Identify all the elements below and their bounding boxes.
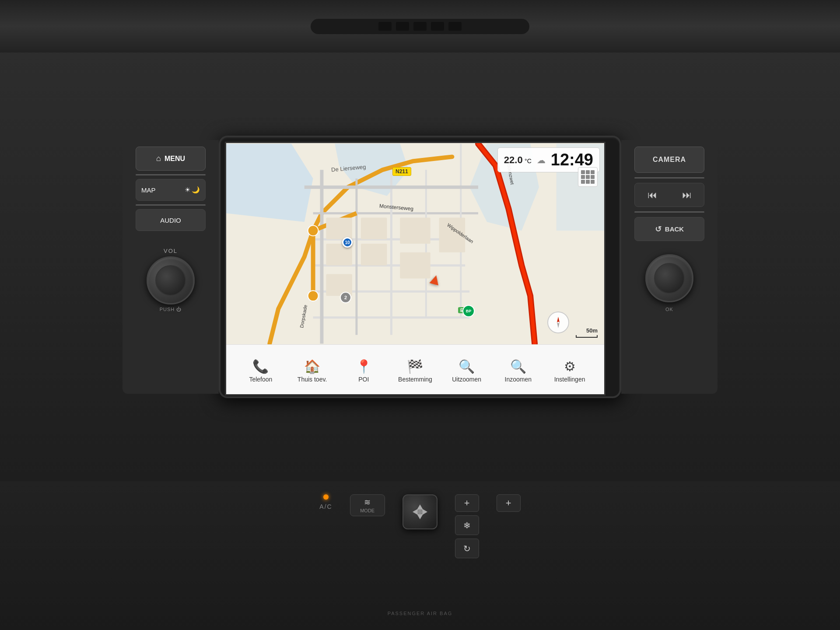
scale-bar	[576, 335, 598, 338]
svg-marker-30	[417, 504, 423, 510]
svg-rect-25	[400, 217, 430, 244]
svg-marker-31	[417, 514, 423, 519]
passenger-airbag-label: PASSENGER AIR BAG	[388, 609, 453, 617]
svg-rect-24	[361, 244, 387, 266]
temp-value: 22.0	[504, 154, 523, 165]
fast-forward-button[interactable]: ⏭	[680, 187, 694, 203]
svg-rect-26	[400, 252, 430, 279]
nav-label-telefoon: Telefoon	[249, 376, 272, 383]
nav-item-bestemming[interactable]: 🏁 Bestemming	[398, 359, 433, 383]
nav-label-bestemming: Bestemming	[398, 376, 432, 383]
nav-item-telefoon[interactable]: 📞 Telefoon	[243, 359, 278, 383]
scale-indicator: 50m	[576, 327, 598, 338]
nav-item-inzoomen[interactable]: 🔍 Inzoomen	[500, 359, 536, 383]
map-icons: ☀ 🌙	[185, 186, 200, 194]
recirculate-icon: ↻	[463, 543, 471, 554]
menu-label: MENU	[164, 155, 185, 163]
temp-unit: °C	[525, 158, 532, 164]
ok-knob[interactable]	[645, 254, 693, 302]
svg-marker-33	[422, 509, 427, 515]
fan-plus-button[interactable]: +	[455, 494, 479, 512]
svg-point-34	[417, 509, 423, 514]
grid-cell	[591, 170, 595, 174]
bottom-controls: A/C ≋ MODE + ❄	[0, 481, 840, 630]
nav-item-uitzoomen[interactable]: 🔍 Uitzoomen	[449, 359, 484, 383]
mode-section: ≋ MODE	[350, 494, 385, 516]
volume-knob[interactable]	[147, 256, 195, 304]
location-pin: 10	[342, 237, 353, 248]
num-badge: 2	[340, 292, 351, 303]
svg-rect-20	[326, 217, 352, 239]
svg-marker-29	[557, 322, 560, 328]
center-nav-section	[402, 494, 438, 529]
audio-label: AUDIO	[160, 217, 181, 224]
ok-label: OK	[665, 307, 673, 312]
vent-slot	[396, 22, 409, 31]
grid-view-button[interactable]	[578, 167, 598, 187]
camera-label: CAMERA	[653, 156, 686, 164]
vent-slot	[448, 22, 462, 31]
infotainment-zone: ⌂ MENU MAP ☀ 🌙 AUDIO VOL PUSH ⏻	[0, 52, 840, 481]
left-panel: ⌂ MENU MAP ☀ 🌙 AUDIO VOL PUSH ⏻	[122, 140, 219, 394]
knob-inner	[654, 263, 685, 294]
rewind-button[interactable]: ⏮	[645, 187, 659, 203]
map-area[interactable]: De Lierseweg Monsterseweg Wippolderlaan …	[226, 143, 604, 344]
poi-icon: 📍	[356, 359, 372, 374]
nav-item-instellingen[interactable]: ⚙ Instellingen	[552, 359, 587, 383]
recirculate-button[interactable]: ↻	[455, 539, 479, 558]
volume-section-bottom: +	[497, 494, 521, 512]
divider	[136, 204, 206, 206]
bp-marker: BP	[462, 305, 475, 317]
nav-label-inzoomen: Inzoomen	[505, 376, 532, 383]
nav-item-thuis[interactable]: 🏠 Thuis toev.	[295, 359, 330, 383]
grid-cell	[581, 175, 585, 179]
vent-slot	[378, 22, 392, 31]
grid-cell	[591, 180, 595, 184]
map-button[interactable]: MAP ☀ 🌙	[136, 179, 206, 201]
map-label: MAP	[141, 186, 156, 194]
weather-icon: ☁	[537, 155, 546, 165]
fan-button[interactable]: ❄	[455, 515, 479, 535]
time-display: 12:49	[551, 150, 593, 169]
indicator-light	[323, 494, 329, 500]
menu-button[interactable]: ⌂ MENU	[136, 147, 206, 171]
main-screen: De Lierseweg Monsterseweg Wippolderlaan …	[225, 142, 606, 396]
right-panel: CAMERA ⏮ ⏭ ↺ BACK OK	[621, 140, 718, 394]
media-controls: ⏮ ⏭	[634, 183, 704, 207]
mode-icon: ≋	[364, 497, 371, 507]
route-badge-n211: N211	[392, 167, 411, 176]
audio-button[interactable]: AUDIO	[136, 209, 206, 231]
scale-text: 50m	[586, 327, 598, 334]
right-knob-area: OK	[645, 254, 693, 312]
vent-bar	[311, 19, 529, 34]
volume-plus-button[interactable]: +	[497, 494, 521, 512]
nav-label-instellingen: Instellingen	[554, 376, 585, 383]
vent-slot	[431, 22, 444, 31]
passenger-text: PASSENGER AIR BAG	[388, 611, 453, 616]
grid-cell	[581, 170, 585, 174]
camera-button[interactable]: CAMERA	[634, 147, 704, 173]
mode-button[interactable]: ≋ MODE	[350, 494, 385, 516]
fan-icon: ❄	[463, 520, 471, 531]
svg-point-18	[308, 225, 318, 236]
svg-rect-27	[439, 217, 466, 252]
svg-marker-28	[557, 317, 560, 322]
divider	[136, 174, 206, 175]
svg-point-19	[308, 290, 318, 301]
nav-item-poi[interactable]: 📍 POI	[346, 359, 381, 383]
home-icon: ⌂	[156, 154, 161, 163]
grid-cell	[581, 180, 585, 184]
back-label: BACK	[665, 225, 684, 233]
divider	[634, 177, 704, 178]
svg-marker-32	[413, 509, 418, 515]
nav-label-poi: POI	[358, 376, 369, 383]
grid-cell	[591, 175, 595, 179]
back-button[interactable]: ↺ BACK	[634, 217, 704, 241]
back-arrow-icon: ↺	[655, 224, 662, 234]
center-nav-button[interactable]	[402, 494, 438, 529]
ac-section: A/C	[319, 494, 332, 510]
fan-section: + ❄ ↻	[455, 494, 479, 558]
dashboard: ⌂ MENU MAP ☀ 🌙 AUDIO VOL PUSH ⏻	[0, 0, 840, 630]
knob-inner	[155, 265, 186, 296]
zoom-out-icon: 🔍	[458, 359, 475, 374]
